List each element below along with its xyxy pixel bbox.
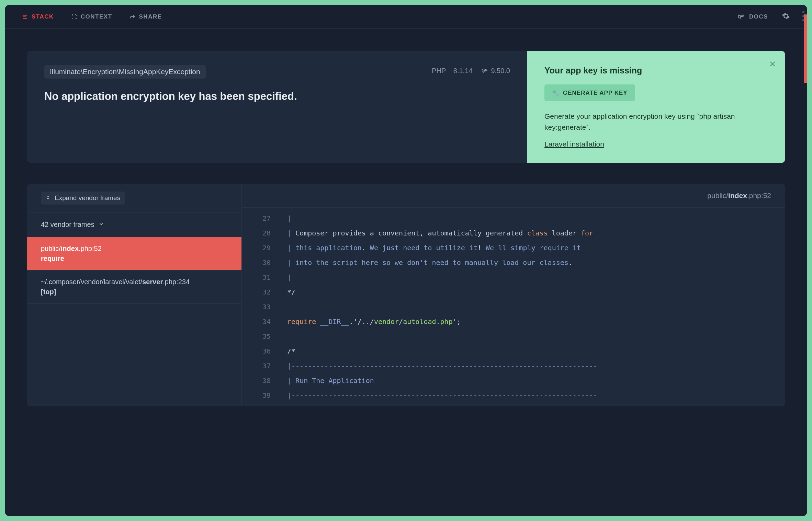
line-number: 34 [256, 314, 271, 329]
scrollbar-indicator[interactable] [804, 14, 807, 83]
content: PHP 8.1.14 9.50.0 Illuminate\Encryption\… [5, 29, 807, 516]
tab-stack[interactable]: STACK [22, 13, 54, 20]
frame-item[interactable]: public/index.php:52 require [27, 237, 241, 270]
line-number: 36 [256, 344, 271, 359]
tab-share-label: SHARE [139, 13, 162, 20]
code-line: 30| into the script here so we don't nee… [242, 255, 785, 270]
code-body: 27|28| Composer provides a convenient, a… [242, 208, 785, 406]
line-content: | this application. We just need to util… [287, 241, 581, 255]
frame-path: ~/.composer/vendor/laravel/valet/server.… [41, 278, 228, 286]
docs-label: DOCS [749, 13, 768, 20]
share-icon [129, 14, 136, 20]
line-number: 30 [256, 255, 271, 270]
topbar-right: DOCS [737, 12, 790, 22]
tab-stack-label: STACK [32, 13, 54, 20]
exception-class: Illuminate\Encryption\MissingAppKeyExcep… [44, 65, 206, 79]
expand-bar: Expand vendor frames [27, 184, 241, 212]
solution-description: Generate your application encryption key… [544, 111, 768, 132]
solution-title: Your app key is missing [544, 66, 768, 76]
docs-link[interactable]: DOCS [737, 13, 768, 21]
line-number: 33 [256, 300, 271, 314]
line-number: 28 [256, 226, 271, 241]
close-icon[interactable]: ✕ [769, 59, 776, 69]
expand-label: Expand vendor frames [55, 194, 120, 202]
line-number: 35 [256, 329, 271, 344]
line-content: | into the script here so we don't need … [287, 255, 573, 270]
laravel-icon [737, 13, 745, 21]
frames-column: Expand vendor frames 42 vendor frames pu… [27, 184, 242, 406]
expand-icon [46, 194, 50, 202]
code-line: 34require __DIR__.'/../vendor/autoload.p… [242, 314, 785, 329]
stack-trace-panel: Expand vendor frames 42 vendor frames pu… [27, 184, 785, 406]
solution-link[interactable]: Laravel installation [544, 140, 604, 148]
php-version: PHP 8.1.14 [432, 67, 472, 75]
tab-context-label: CONTEXT [81, 13, 112, 20]
code-line: 37|-------------------------------------… [242, 359, 785, 373]
code-line: 31| [242, 270, 785, 285]
error-panel: PHP 8.1.14 9.50.0 Illuminate\Encryption\… [27, 51, 785, 163]
stack-icon [22, 14, 28, 20]
code-line: 39|-------------------------------------… [242, 388, 785, 403]
laravel-version: 9.50.0 [481, 67, 510, 75]
wrench-icon: 🔧 [552, 89, 560, 96]
topbar: STACK CONTEXT SHARE DOCS [5, 5, 807, 29]
code-line: 33 [242, 300, 785, 314]
line-content: | [287, 270, 291, 285]
frames-list: public/index.php:52 require ~/.composer/… [27, 237, 241, 304]
vendor-frames-label: 42 vendor frames [41, 221, 94, 229]
line-content: | Run The Application [287, 373, 374, 388]
generate-button-label: GENERATE APP KEY [563, 90, 628, 96]
vendor-frames-collapsed[interactable]: 42 vendor frames [27, 212, 241, 237]
line-content: |---------------------------------------… [287, 388, 597, 403]
frame-method: require [41, 255, 228, 263]
line-number: 37 [256, 359, 271, 373]
line-content: | Composer provides a convenient, automa… [287, 226, 593, 241]
error-window: STACK CONTEXT SHARE DOCS [5, 5, 807, 516]
code-column: public/index.php:52 27|28| Composer prov… [242, 184, 785, 406]
code-line: 29| this application. We just need to ut… [242, 241, 785, 255]
laravel-icon [481, 68, 488, 74]
error-message: No application encryption key has been s… [44, 89, 510, 104]
frame-path: public/index.php:52 [41, 245, 228, 253]
line-content: | [287, 211, 291, 226]
code-file-path: public/index.php:52 [242, 184, 785, 208]
code-line: 35 [242, 329, 785, 344]
line-number: 32 [256, 285, 271, 300]
expand-vendor-frames-button[interactable]: Expand vendor frames [41, 192, 125, 205]
code-line: 38| Run The Application [242, 373, 785, 388]
line-number: 39 [256, 388, 271, 403]
line-number: 27 [256, 211, 271, 226]
tab-share[interactable]: SHARE [129, 13, 162, 20]
line-number: 31 [256, 270, 271, 285]
code-line: 36/* [242, 344, 785, 359]
line-content: |---------------------------------------… [287, 359, 597, 373]
version-info: PHP 8.1.14 9.50.0 [432, 67, 510, 75]
chevron-down-icon [99, 221, 104, 229]
frame-item[interactable]: ~/.composer/vendor/laravel/valet/server.… [27, 270, 241, 304]
tab-context[interactable]: CONTEXT [71, 13, 112, 20]
solution-panel: ✕ Your app key is missing 🔧 GENERATE APP… [527, 51, 785, 163]
code-line: 28| Composer provides a convenient, auto… [242, 226, 785, 241]
line-number: 29 [256, 241, 271, 255]
line-content: require __DIR__.'/../vendor/autoload.php… [287, 314, 461, 329]
code-line: 27| [242, 211, 785, 226]
topbar-nav: STACK CONTEXT SHARE [22, 13, 162, 20]
error-details: PHP 8.1.14 9.50.0 Illuminate\Encryption\… [27, 51, 527, 163]
gear-icon[interactable] [782, 12, 790, 22]
line-content: */ [287, 285, 295, 300]
line-number: 38 [256, 373, 271, 388]
code-line: 32*/ [242, 285, 785, 300]
line-content: /* [287, 344, 295, 359]
context-icon [71, 14, 77, 20]
generate-app-key-button[interactable]: 🔧 GENERATE APP KEY [544, 84, 635, 101]
frame-method: [top] [41, 288, 228, 296]
